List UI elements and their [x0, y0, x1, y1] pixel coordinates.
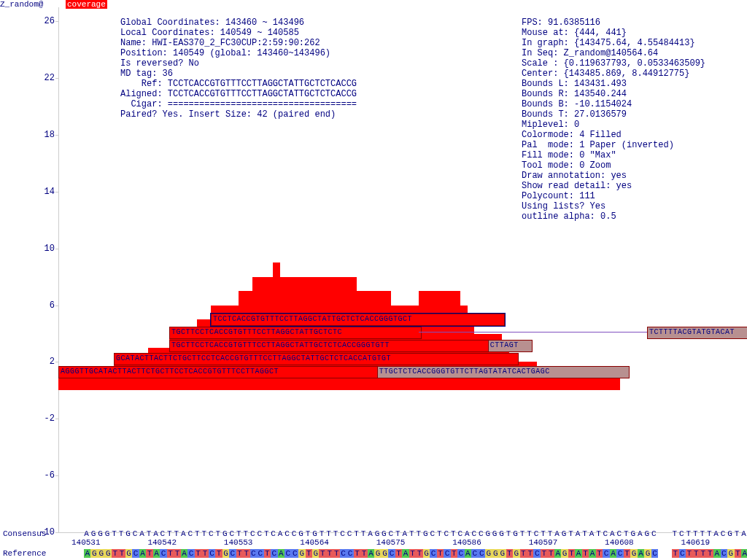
read-info-panel: Global Coordinates: 143460 ~ 143496 Loca… — [120, 18, 357, 120]
y-tick: 6 — [29, 300, 55, 311]
y-tick: -2 — [29, 413, 55, 424]
position-tick: 140553 — [224, 538, 253, 547]
debug-hud: FPS: 91.6385116 Mouse at: {444, 441} In … — [522, 18, 705, 222]
y-tick: -6 — [29, 470, 55, 481]
position-tick: 140608 — [605, 538, 634, 547]
track-label: Z_random@ — [0, 0, 43, 9]
position-tick: 140619 — [681, 538, 711, 547]
y-tick: 14 — [29, 187, 55, 197]
aligned-read[interactable]: AGGGTTGCATACTTACTTCTGCTTCCTCACCGTGTTTCCT… — [58, 366, 380, 378]
consensus-row-label: Consensus — [3, 529, 46, 538]
position-tick: 140564 — [300, 538, 329, 547]
y-tick: 2 — [29, 357, 55, 367]
y-tick: 10 — [29, 244, 55, 254]
y-tick: 26 — [29, 16, 55, 26]
aligned-read[interactable]: TTGCTCTCACCGGGTGTTCTTAGTATATCACTGAGC — [377, 366, 630, 378]
position-tick: 140531 — [71, 538, 101, 547]
reference-sequence: AGGGTTGCATACTTACTTCTGCTTCCTCACCGTGTTTCCT… — [84, 549, 747, 558]
y-tick: 22 — [29, 73, 55, 83]
reference-row-label: Reference — [3, 549, 46, 558]
position-tick: 140542 — [147, 538, 177, 547]
position-tick: 140586 — [452, 538, 481, 547]
aligned-read[interactable]: GCATACTTACTTCTGCTTCCTCACCGTGTTTCCTTAGGCT… — [114, 353, 519, 365]
aligned-read[interactable]: TGCTTCCTCACCGTGTTTCCTTAGGCTATTGCTCTCACCG… — [169, 340, 491, 352]
consensus-sequence: AGGGTTGCATACTTACTTCTGCTTCCTCACCGTGTTTCCT… — [84, 529, 747, 538]
position-tick: 140575 — [376, 538, 406, 547]
y-tick: 18 — [29, 130, 55, 140]
aligned-read[interactable]: CTTAGT — [488, 340, 533, 352]
aligned-read[interactable]: TGCTTCCTCACCGTGTTTCCTTAGGCTATTGCTCTC — [169, 327, 422, 339]
aligned-read[interactable]: TCTTTTACGTATGTACAT — [647, 327, 747, 339]
aligned-read[interactable]: TCCTCACCGTGTTTCCTTAGGCTATTGCTCTCACCGGGTG… — [211, 314, 505, 326]
position-tick: 140597 — [529, 538, 558, 547]
